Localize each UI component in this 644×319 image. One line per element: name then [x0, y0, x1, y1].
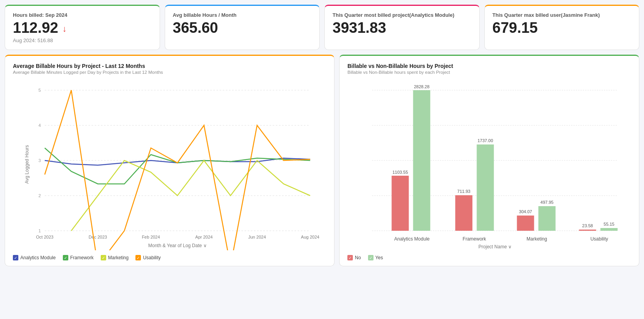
svg-text:2828.28: 2828.28 — [414, 84, 430, 89]
top-cards: Hours billed: Sep 2024 112.92 ↓ Aug 2024… — [5, 5, 639, 50]
hours-billed-sub: Aug 2024: 516.88 — [13, 37, 152, 43]
dashboard: Hours billed: Sep 2024 112.92 ↓ Aug 2024… — [5, 5, 639, 266]
card-avg-billable: Avg billable Hours / Month 365.60 — [165, 5, 320, 50]
quarter-user-value: 679.15 — [493, 20, 632, 35]
bar-chart-subtitle: Billable vs Non-Billable hours spent by … — [347, 70, 631, 75]
line-chart-subtitle: Average Billable Minutes Logged per Day … — [13, 70, 326, 75]
usability-no-bar — [579, 230, 596, 231]
usability-yes-bar — [601, 228, 618, 231]
analytics-yes-bar — [413, 90, 431, 231]
bar-chart-card: Billable vs Non-Billable Hours by Projec… — [339, 55, 639, 266]
legend-marketing: ✓ Marketing — [101, 255, 129, 260]
svg-text:3: 3 — [39, 158, 41, 163]
svg-text:23.58: 23.58 — [582, 223, 593, 228]
line-chart-title: Average Billable Hours by Project - Last… — [13, 63, 326, 69]
legend-usability: ✓ Usability — [135, 255, 160, 260]
svg-text:Usability: Usability — [591, 236, 608, 242]
svg-text:Marketing: Marketing — [527, 236, 547, 242]
bar-chart-title: Billable vs Non-Billable Hours by Projec… — [347, 63, 631, 69]
framework-check-icon: ✓ — [63, 255, 68, 260]
svg-text:1: 1 — [39, 228, 41, 233]
svg-text:1737.00: 1737.00 — [478, 138, 493, 143]
quarter-user-label: This Quarter max billed user(Jasmine Fra… — [493, 12, 632, 18]
down-arrow-icon: ↓ — [62, 24, 67, 34]
marketing-check-icon: ✓ — [101, 255, 106, 260]
hours-billed-value: 112.92 ↓ — [13, 20, 152, 35]
quarter-project-value: 3931.83 — [333, 20, 471, 35]
svg-text:2: 2 — [39, 193, 41, 198]
svg-text:4: 4 — [39, 123, 41, 128]
card-quarter-user: This Quarter max billed user(Jasmine Fra… — [484, 5, 640, 50]
svg-text:Analytics Module: Analytics Module — [394, 236, 430, 242]
line-chart-card: Average Billable Hours by Project - Last… — [5, 55, 334, 266]
svg-text:304.07: 304.07 — [519, 209, 532, 214]
svg-text:1103.55: 1103.55 — [393, 170, 408, 175]
svg-text:497.95: 497.95 — [541, 200, 554, 205]
legend-no: ✓ No — [347, 255, 361, 260]
svg-text:Feb 2024: Feb 2024 — [142, 235, 160, 239]
bottom-charts: Average Billable Hours by Project - Last… — [5, 55, 639, 266]
svg-text:55.15: 55.15 — [604, 222, 615, 226]
framework-no-bar — [455, 195, 473, 231]
usability-check-icon: ✓ — [135, 255, 141, 260]
no-check-icon: ✓ — [347, 255, 353, 260]
analytics-check-icon: ✓ — [13, 255, 18, 260]
svg-text:Jun 2024: Jun 2024 — [248, 235, 266, 239]
legend-framework: ✓ Framework — [63, 255, 94, 260]
quarter-project-label: This Quarter most billed project(Analyti… — [333, 12, 471, 18]
legend-analytics: ✓ Analytics Module — [13, 255, 56, 260]
svg-text:Aug 2024: Aug 2024 — [301, 235, 319, 239]
svg-text:Month & Year of Log Date ∨: Month & Year of Log Date ∨ — [148, 243, 207, 248]
svg-text:711.93: 711.93 — [457, 189, 471, 194]
svg-text:Dec 2023: Dec 2023 — [89, 235, 107, 239]
yes-check-icon: ✓ — [368, 255, 374, 260]
svg-text:Apr 2024: Apr 2024 — [195, 235, 213, 239]
avg-billable-label: Avg billable Hours / Month — [173, 12, 312, 18]
svg-text:Avg Logged Hours: Avg Logged Hours — [24, 145, 30, 184]
card-hours-billed: Hours billed: Sep 2024 112.92 ↓ Aug 2024… — [5, 5, 160, 50]
bar-chart-svg: 1103.55 2828.28 Analytics Module 711.93 … — [347, 78, 631, 250]
svg-text:5: 5 — [39, 88, 41, 93]
line-chart-svg: Avg Logged Hours 1 2 3 4 5 Oct 2023 Dec … — [13, 78, 326, 250]
bar-chart-legend: ✓ No ✓ Yes — [347, 255, 631, 260]
svg-text:Framework: Framework — [463, 236, 487, 242]
line-chart-legend: ✓ Analytics Module ✓ Framework ✓ Marketi… — [13, 255, 326, 260]
card-quarter-project: This Quarter most billed project(Analyti… — [324, 5, 480, 50]
hours-billed-label: Hours billed: Sep 2024 — [13, 12, 152, 18]
marketing-no-bar — [517, 216, 534, 231]
avg-billable-value: 365.60 — [173, 20, 312, 35]
marketing-yes-bar — [539, 206, 556, 231]
legend-yes: ✓ Yes — [368, 255, 383, 260]
analytics-no-bar — [392, 176, 409, 231]
svg-text:Oct 2023: Oct 2023 — [36, 235, 53, 239]
framework-yes-bar — [477, 144, 494, 231]
svg-text:Project Name ∨: Project Name ∨ — [479, 244, 512, 249]
